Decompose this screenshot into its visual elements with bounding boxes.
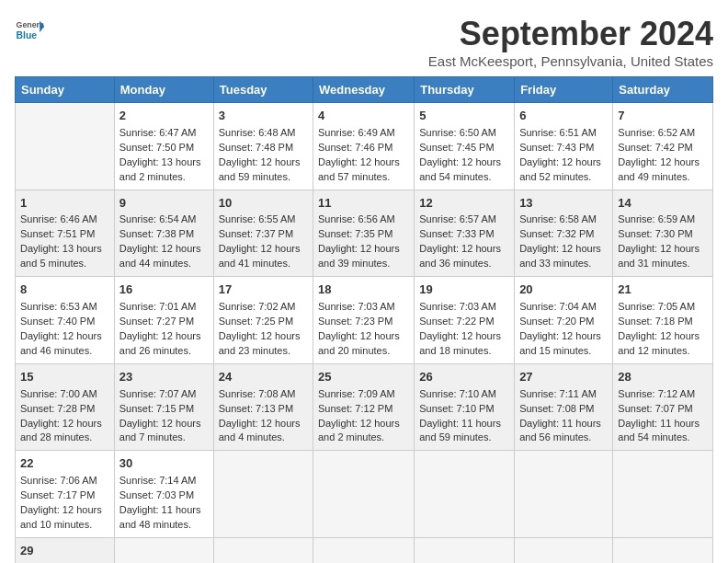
table-cell: 1Sunrise: 6:46 AMSunset: 7:51 PMDaylight… xyxy=(16,190,115,277)
day-number: 28 xyxy=(618,369,708,386)
day-number: 19 xyxy=(419,282,509,299)
day-number: 2 xyxy=(119,108,209,125)
day-number: 27 xyxy=(519,369,608,386)
sunrise-time: Sunrise: 6:59 AM xyxy=(618,213,695,224)
daylight-hours: Daylight: 12 hours and 57 minutes. xyxy=(318,156,400,182)
day-number: 23 xyxy=(119,369,209,386)
table-cell xyxy=(613,537,713,563)
day-number: 4 xyxy=(318,108,409,125)
daylight-hours: Daylight: 12 hours and 52 minutes. xyxy=(519,156,601,182)
table-cell: 19Sunrise: 7:03 AMSunset: 7:22 PMDayligh… xyxy=(415,277,515,364)
col-thursday: Thursday xyxy=(415,77,515,103)
day-number: 18 xyxy=(318,282,409,299)
table-cell: 2Sunrise: 6:47 AMSunset: 7:50 PMDaylight… xyxy=(114,103,213,190)
table-cell: 7Sunrise: 6:52 AMSunset: 7:42 PMDaylight… xyxy=(613,103,713,190)
daylight-hours: Daylight: 11 hours and 59 minutes. xyxy=(419,418,501,443)
sunset-time: Sunset: 7:35 PM xyxy=(318,228,392,239)
day-number: 16 xyxy=(119,282,209,299)
sunset-time: Sunset: 7:03 PM xyxy=(119,489,194,500)
daylight-hours: Daylight: 12 hours and 44 minutes. xyxy=(119,243,201,269)
sunrise-time: Sunrise: 7:12 AM xyxy=(618,388,695,399)
daylight-hours: Daylight: 12 hours and 7 minutes. xyxy=(119,418,201,443)
daylight-hours: Daylight: 12 hours and 2 minutes. xyxy=(318,418,400,443)
table-cell xyxy=(313,451,415,538)
calendar-row: 8Sunrise: 6:53 AMSunset: 7:40 PMDaylight… xyxy=(16,277,713,364)
table-cell: 16Sunrise: 7:01 AMSunset: 7:27 PMDayligh… xyxy=(114,277,213,364)
daylight-hours: Daylight: 12 hours and 4 minutes. xyxy=(219,418,301,443)
sunrise-time: Sunrise: 7:10 AM xyxy=(419,388,496,399)
day-number: 3 xyxy=(219,108,308,125)
calendar-row: 15Sunrise: 7:00 AMSunset: 7:28 PMDayligh… xyxy=(16,363,713,451)
day-number: 20 xyxy=(519,282,608,299)
header-row: Sunday Monday Tuesday Wednesday Thursday… xyxy=(16,77,713,103)
sunrise-time: Sunrise: 6:52 AM xyxy=(618,127,695,138)
daylight-hours: Daylight: 12 hours and 12 minutes. xyxy=(618,330,700,356)
sunrise-time: Sunrise: 7:08 AM xyxy=(219,388,296,399)
day-number: 11 xyxy=(318,195,409,213)
day-number: 22 xyxy=(20,455,109,473)
daylight-hours: Daylight: 11 hours and 56 minutes. xyxy=(519,418,601,443)
daylight-hours: Daylight: 12 hours and 15 minutes. xyxy=(519,330,601,356)
table-cell xyxy=(213,451,313,538)
sunset-time: Sunset: 7:18 PM xyxy=(618,316,692,327)
day-number: 26 xyxy=(419,369,509,386)
day-number: 15 xyxy=(20,369,109,386)
sunrise-time: Sunrise: 6:50 AM xyxy=(419,127,496,138)
svg-text:Blue: Blue xyxy=(17,30,38,40)
sunrise-time: Sunrise: 7:07 AM xyxy=(119,388,197,399)
sunset-time: Sunset: 7:43 PM xyxy=(519,142,594,153)
col-wednesday: Wednesday xyxy=(313,77,415,103)
daylight-hours: Daylight: 12 hours and 41 minutes. xyxy=(219,243,301,269)
daylight-hours: Daylight: 11 hours and 54 minutes. xyxy=(618,418,700,443)
day-number: 10 xyxy=(219,195,308,213)
sunset-time: Sunset: 7:25 PM xyxy=(219,316,293,327)
col-tuesday: Tuesday xyxy=(213,77,313,103)
sunrise-time: Sunrise: 7:09 AM xyxy=(318,388,395,399)
table-cell: 25Sunrise: 7:09 AMSunset: 7:12 PMDayligh… xyxy=(313,363,415,451)
col-sunday: Sunday xyxy=(16,77,115,103)
daylight-hours: Daylight: 12 hours and 18 minutes. xyxy=(419,330,501,356)
table-cell xyxy=(515,537,613,563)
sunrise-time: Sunrise: 6:49 AM xyxy=(318,127,395,138)
sunrise-time: Sunrise: 7:11 AM xyxy=(519,388,597,399)
sunset-time: Sunset: 7:32 PM xyxy=(519,228,594,239)
table-cell xyxy=(415,451,515,538)
table-cell xyxy=(613,451,713,538)
table-cell: 15Sunrise: 7:00 AMSunset: 7:28 PMDayligh… xyxy=(16,363,115,451)
sunset-time: Sunset: 7:48 PM xyxy=(219,142,293,153)
sunset-time: Sunset: 7:51 PM xyxy=(20,228,95,239)
daylight-hours: Daylight: 12 hours and 36 minutes. xyxy=(419,243,501,269)
sunset-time: Sunset: 7:17 PM xyxy=(20,489,95,500)
daylight-hours: Daylight: 12 hours and 20 minutes. xyxy=(318,330,400,356)
table-cell: 12Sunrise: 6:57 AMSunset: 7:33 PMDayligh… xyxy=(415,190,515,277)
table-cell: 6Sunrise: 6:51 AMSunset: 7:43 PMDaylight… xyxy=(515,103,613,190)
sunrise-time: Sunrise: 7:06 AM xyxy=(20,475,97,486)
table-cell: 14Sunrise: 6:59 AMSunset: 7:30 PMDayligh… xyxy=(613,190,713,277)
table-cell: 3Sunrise: 6:48 AMSunset: 7:48 PMDaylight… xyxy=(213,103,313,190)
sunset-time: Sunset: 7:22 PM xyxy=(419,316,494,327)
daylight-hours: Daylight: 12 hours and 39 minutes. xyxy=(318,243,400,269)
day-number: 30 xyxy=(119,455,209,473)
calendar-header: Sunday Monday Tuesday Wednesday Thursday… xyxy=(16,77,713,103)
table-cell: 30Sunrise: 7:14 AMSunset: 7:03 PMDayligh… xyxy=(114,451,213,538)
day-number: 9 xyxy=(119,195,209,213)
day-number: 5 xyxy=(419,108,509,125)
daylight-hours: Daylight: 13 hours and 2 minutes. xyxy=(119,156,201,182)
sunset-time: Sunset: 7:46 PM xyxy=(318,142,392,153)
table-cell: 13Sunrise: 6:58 AMSunset: 7:32 PMDayligh… xyxy=(515,190,613,277)
table-cell xyxy=(515,451,613,538)
sunrise-time: Sunrise: 7:04 AM xyxy=(519,301,597,312)
calendar-row: 2Sunrise: 6:47 AMSunset: 7:50 PMDaylight… xyxy=(16,103,713,190)
table-cell xyxy=(213,537,313,563)
daylight-hours: Daylight: 12 hours and 23 minutes. xyxy=(219,330,301,356)
sunset-time: Sunset: 7:38 PM xyxy=(119,228,194,239)
table-cell xyxy=(114,537,213,563)
daylight-hours: Daylight: 12 hours and 31 minutes. xyxy=(618,243,700,269)
sunset-time: Sunset: 7:40 PM xyxy=(20,316,95,327)
day-number: 21 xyxy=(618,282,708,299)
sunrise-time: Sunrise: 6:46 AM xyxy=(20,213,97,224)
table-cell xyxy=(16,103,115,190)
title-block: September 2024 East McKeesport, Pennsylv… xyxy=(428,15,713,69)
table-cell: 28Sunrise: 7:12 AMSunset: 7:07 PMDayligh… xyxy=(613,363,713,451)
table-cell: 29Sunrise: 7:13 AMSunset: 7:05 PMDayligh… xyxy=(16,537,115,563)
